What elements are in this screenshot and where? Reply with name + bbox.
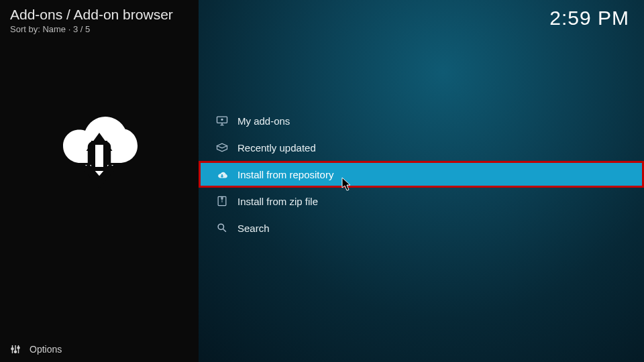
clock: 2:59 PM	[549, 7, 629, 29]
box-open-icon	[212, 141, 232, 154]
screen-icon	[212, 114, 232, 127]
menu-item-search[interactable]: Search	[199, 215, 644, 241]
cloud-download-small-icon	[212, 168, 232, 181]
sort-info: Sort by: Name · 3 / 5	[0, 24, 199, 34]
zip-file-icon	[212, 194, 232, 208]
options-label: Options	[30, 344, 62, 355]
menu-item-my-addons[interactable]: My add-ons	[199, 107, 644, 134]
sort-label: Sort by:	[10, 24, 40, 34]
breadcrumb: Add-ons / Add-on browser	[0, 0, 199, 23]
footer-bar[interactable]: Options	[0, 337, 199, 362]
menu-label: Install from repository	[237, 169, 333, 180]
menu-item-install-from-repository[interactable]: Install from repository	[199, 161, 644, 188]
menu-label: My add-ons	[237, 115, 290, 127]
menu-item-install-from-zip[interactable]: Install from zip file	[199, 188, 644, 215]
sort-value: Name	[42, 24, 66, 34]
list-position: 3 / 5	[73, 24, 90, 34]
menu-list: My add-ons Recently updated Install from…	[199, 107, 644, 241]
sidebar: Add-ons / Add-on browser Sort by: Name ·…	[0, 0, 199, 362]
menu-label: Recently updated	[237, 142, 316, 154]
svg-point-6	[218, 224, 223, 229]
svg-rect-5	[218, 196, 226, 205]
category-icon-wrap	[0, 95, 199, 198]
main-panel: 2:59 PM My add-ons Recently updated	[199, 0, 644, 362]
cloud-download-icon	[49, 95, 150, 198]
search-icon	[212, 221, 232, 235]
options-icon	[9, 343, 21, 355]
menu-label: Install from zip file	[237, 196, 318, 207]
menu-item-recently-updated[interactable]: Recently updated	[199, 134, 644, 161]
sort-separator: ·	[68, 24, 73, 34]
svg-point-4	[221, 119, 223, 120]
menu-label: Search	[237, 223, 270, 234]
